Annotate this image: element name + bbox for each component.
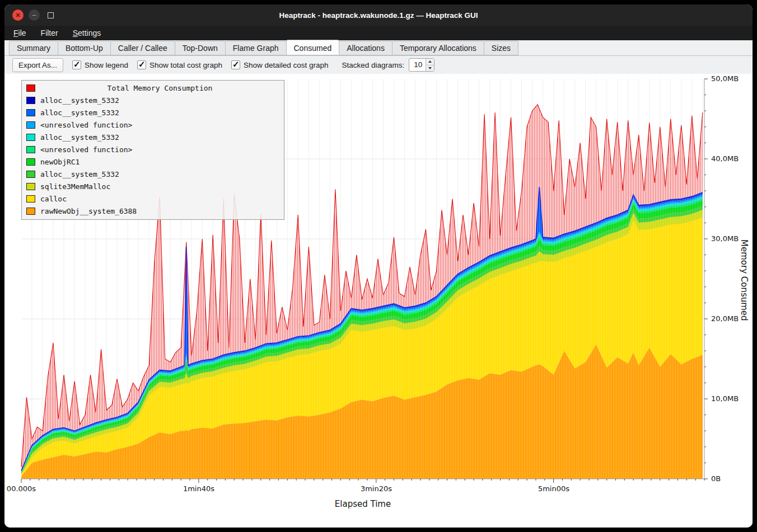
show-detailed-cost-graph-checkbox[interactable]: Show detailed cost graph [231,60,329,69]
legend-title: Total Memory Consumption [40,84,279,92]
legend-item: <unresolved function> [22,143,284,156]
tab-consumed[interactable]: Consumed [286,40,340,55]
x-axis-tick-label: 1min40s [174,484,224,493]
tab-caller-callee[interactable]: Caller / Callee [110,41,175,55]
legend-item: alloc__system_5332 [22,94,284,106]
app-window: Heaptrack - heaptrack.wakunode.1.gz — He… [4,4,753,528]
tabbar: Summary Bottom-Up Caller / Callee Top-Do… [4,40,753,56]
stacked-diagrams-spinner[interactable]: 10 [409,58,434,72]
checkbox-icon [231,60,240,69]
close-icon[interactable] [12,10,24,21]
y-axis-tick-label: 40,0MB [711,154,739,163]
menu-settings[interactable]: Settings [73,29,101,37]
chart-legend: Total Memory Consumption alloc__system_5… [21,80,284,220]
legend-item: newObjRC1 [22,156,284,168]
tab-flame-graph[interactable]: Flame Graph [225,41,287,55]
y-axis-tick-label: 30,0MB [711,234,739,243]
spinner-buttons [426,59,434,71]
x-axis-tick-label: 3min20s [351,484,401,493]
y-axis-title: Memory Consumed [739,239,749,321]
spinner-down-icon[interactable] [426,65,434,72]
legend-swatch [26,195,35,203]
legend-label: alloc__system_5332 [40,96,119,105]
legend-item: alloc__system_5332 [22,106,284,119]
legend-label: newObjRC1 [40,158,80,166]
legend-item: calloc [22,192,284,205]
legend-item: rawNewObj__system_6388 [22,205,284,217]
legend-item: <unresolved function> [22,119,284,131]
x-axis-title: Elapsed Time [21,499,704,509]
checkbox-label: Show detailed cost graph [244,61,329,69]
export-as-button[interactable]: Export As... [12,58,63,72]
window-title: Heaptrack - heaptrack.wakunode.1.gz — He… [279,11,478,20]
checkbox-label: Show total cost graph [149,61,222,69]
legend-item: alloc__system_5332 [22,131,284,143]
titlebar: Heaptrack - heaptrack.wakunode.1.gz — He… [4,4,753,26]
legend-label: rawNewObj__system_6388 [40,207,137,215]
show-legend-checkbox[interactable]: Show legend [72,60,128,69]
legend-swatch [26,208,35,215]
tab-top-down[interactable]: Top-Down [175,41,226,55]
legend-label: alloc__system_5332 [40,170,119,178]
window-controls [12,4,56,26]
x-axis-tick-label: 5min00s [529,484,579,493]
legend-label: sqlite3MemMalloc [40,182,110,191]
legend-swatch [26,109,35,116]
legend-label: alloc__system_5332 [40,109,119,117]
legend-title-row: Total Memory Consumption [22,82,284,94]
minimize-icon[interactable] [29,10,40,21]
legend-swatch [26,134,35,141]
y-axis-tick-label: 0B [711,474,721,483]
legend-item: sqlite3MemMalloc [22,180,284,192]
tab-sizes[interactable]: Sizes [484,41,518,55]
show-total-cost-graph-checkbox[interactable]: Show total cost graph [137,60,222,69]
spinner-up-icon[interactable] [426,59,434,65]
y-axis-tick-label: 50,0MB [711,74,739,83]
stacked-diagrams-label: Stacked diagrams: [342,61,405,69]
tab-allocations[interactable]: Allocations [339,41,392,55]
legend-swatch [26,84,35,92]
legend-swatch [26,146,35,153]
checkbox-label: Show legend [85,61,128,69]
legend-swatch [26,171,35,178]
legend-label: <unresolved function> [40,145,132,154]
tab-summary[interactable]: Summary [9,41,58,55]
x-axis-tick-label: 00.000s [4,484,46,493]
legend-item: alloc__system_5332 [22,168,284,180]
spinner-value: 10 [409,59,426,71]
checkbox-icon [137,60,146,69]
menu-filter[interactable]: Filter [41,29,58,37]
maximize-icon[interactable] [45,10,56,21]
y-axis-tick-label: 10,0MB [711,394,739,403]
toolbar: Export As... Show legend Show total cost… [4,56,753,74]
legend-swatch [26,183,35,190]
legend-swatch [26,97,35,104]
tab-bottom-up[interactable]: Bottom-Up [58,41,111,55]
menu-file[interactable]: File [13,29,26,37]
legend-swatch [26,121,35,129]
menubar: File Filter Settings [4,26,753,40]
legend-label: <unresolved function> [40,121,132,129]
legend-label: alloc__system_5332 [40,133,119,142]
legend-label: calloc [40,195,67,203]
tab-temporary-allocations[interactable]: Temporary Allocations [392,41,484,55]
chart-area: Total Memory Consumption alloc__system_5… [4,74,753,528]
legend-swatch [26,158,35,166]
y-axis-tick-label: 20,0MB [711,314,739,323]
checkbox-icon [72,60,81,69]
